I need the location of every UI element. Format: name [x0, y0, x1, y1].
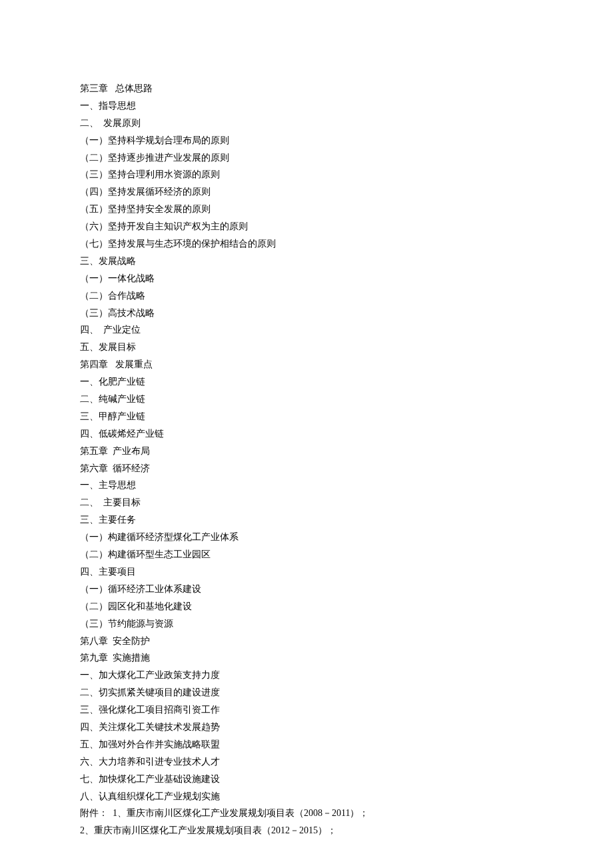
- toc-line: 三、发展战略: [80, 253, 613, 270]
- toc-line: （四）坚持发展循环经济的原则: [80, 183, 613, 201]
- toc-line: 一、加大煤化工产业政策支持力度: [80, 667, 613, 684]
- toc-line: 三、主要任务: [80, 511, 613, 529]
- document-body: 第三章 总体思路 一、指导思想 二、 发展原则 （一）坚持科学规划合理布局的原则…: [80, 80, 613, 839]
- toc-line: 二、纯碱产业链: [80, 391, 613, 408]
- toc-line: （一）坚持科学规划合理布局的原则: [80, 132, 613, 149]
- toc-line: 二、 主要目标: [80, 494, 613, 511]
- toc-line: 三、甲醇产业链: [80, 408, 613, 425]
- toc-line: （三）节约能源与资源: [80, 615, 613, 633]
- toc-line: （五）坚持坚持安全发展的原则: [80, 201, 613, 218]
- toc-line: （二）坚持逐步推进产业发展的原则: [80, 149, 613, 167]
- toc-line: 第四章 发展重点: [80, 356, 613, 373]
- toc-line: 六、大力培养和引进专业技术人才: [80, 753, 613, 771]
- toc-line: 五、发展目标: [80, 339, 613, 356]
- toc-line: （三）坚持合理利用水资源的原则: [80, 166, 613, 183]
- toc-line: （六）坚持开发自主知识产权为主的原则: [80, 218, 613, 235]
- toc-line: （一）循环经济工业体系建设: [80, 581, 613, 598]
- toc-line: 一、主导思想: [80, 477, 613, 494]
- toc-line: 二、 发展原则: [80, 115, 613, 132]
- toc-line: 第八章 安全防护: [80, 633, 613, 650]
- toc-line: （一）一体化战略: [80, 270, 613, 287]
- toc-line: 四、关注煤化工关键技术发展趋势: [80, 719, 613, 736]
- toc-line: 五、加强对外合作并实施战略联盟: [80, 736, 613, 753]
- toc-line: 一、指导思想: [80, 97, 613, 115]
- toc-line: 一、化肥产业链: [80, 373, 613, 391]
- toc-line: 第六章 循环经济: [80, 460, 613, 477]
- toc-line: 四、低碳烯烃产业链: [80, 425, 613, 443]
- toc-line: 八、认真组织煤化工产业规划实施: [80, 788, 613, 805]
- toc-line: 第五章 产业布局: [80, 443, 613, 460]
- toc-line: （二）构建循环型生态工业园区: [80, 546, 613, 563]
- toc-line: 四、 产业定位: [80, 321, 613, 339]
- toc-line: 三、强化煤化工项目招商引资工作: [80, 701, 613, 719]
- toc-line: 2、重庆市南川区煤化工产业发展规划项目表（2012－2015）；: [80, 822, 613, 839]
- toc-line: 七、加快煤化工产业基础设施建设: [80, 771, 613, 788]
- toc-line: 第九章 实施措施: [80, 649, 613, 667]
- toc-line: （七）坚持发展与生态环境的保护相结合的原则: [80, 235, 613, 253]
- toc-line: 第三章 总体思路: [80, 80, 613, 97]
- toc-line: 四、主要项目: [80, 563, 613, 581]
- toc-line: （三）高技术战略: [80, 305, 613, 322]
- toc-line: （二）园区化和基地化建设: [80, 598, 613, 615]
- toc-line: （二）合作战略: [80, 287, 613, 305]
- toc-line: 附件： 1、重庆市南川区煤化工产业发展规划项目表（2008－2011）；: [80, 805, 613, 822]
- toc-line: （一）构建循环经济型煤化工产业体系: [80, 529, 613, 546]
- toc-line: 二、切实抓紧关键项目的建设进度: [80, 684, 613, 701]
